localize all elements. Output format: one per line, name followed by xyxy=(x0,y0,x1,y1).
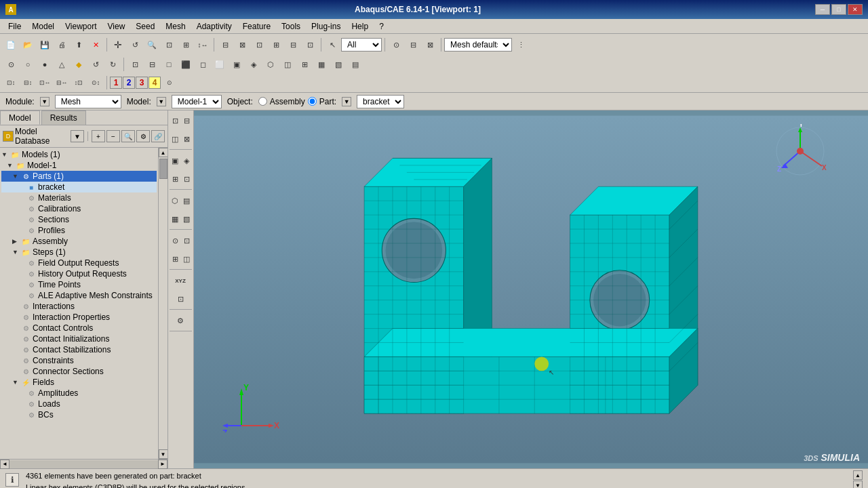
sidebar-icon-10[interactable]: ▤ xyxy=(181,192,192,209)
mesh-icons-1[interactable]: ⊟ xyxy=(217,37,233,52)
status-scroll-up[interactable]: ▲ xyxy=(853,470,863,480)
shape-tool-7[interactable]: ↻ xyxy=(104,57,121,72)
close-button[interactable]: ✕ xyxy=(848,4,863,15)
model-select[interactable]: Model-1 xyxy=(172,95,222,108)
new-file-button[interactable]: 📄 xyxy=(3,37,19,52)
tree-link-button[interactable]: 🔗 xyxy=(151,130,165,142)
tree-item-models[interactable]: ▼ 📁 Models (1) xyxy=(1,149,157,160)
tree-item-calibrations[interactable]: ⚙ Calibrations xyxy=(1,203,157,214)
menu-item-question[interactable]: ? xyxy=(374,20,389,33)
mesh-defaults-dropdown[interactable]: Mesh defaults xyxy=(444,38,512,52)
tree-item-connector-sections[interactable]: ⚙ Connector Sections xyxy=(1,366,157,377)
horizontal-scrollbar[interactable]: ◄ ► xyxy=(0,459,167,468)
view-3d-3[interactable]: □ xyxy=(161,57,177,72)
scroll-left-arrow[interactable]: ◄ xyxy=(0,460,9,469)
tree-collapse-button[interactable]: − xyxy=(106,130,120,142)
tree-expand-button[interactable]: + xyxy=(92,130,105,142)
delete-button[interactable]: ✕ xyxy=(87,37,104,52)
scroll-right-arrow[interactable]: ► xyxy=(158,460,167,469)
mesh-icons-2[interactable]: ⊠ xyxy=(234,37,250,52)
scrollbar-up-arrow[interactable]: ▲ xyxy=(159,148,168,157)
tree-dropdown-button[interactable]: ▼ xyxy=(71,130,84,142)
menu-item-file[interactable]: File xyxy=(3,20,26,33)
tree-item-interaction-props[interactable]: ⚙ Interaction Properties xyxy=(1,312,157,323)
tree-item-materials[interactable]: ⚙ Materials xyxy=(1,192,157,203)
view-3d-2[interactable]: ⊟ xyxy=(144,57,160,72)
mesh-icons-3[interactable]: ⊡ xyxy=(251,37,267,52)
view-3d-14[interactable]: ▤ xyxy=(347,57,363,72)
number-1-button[interactable]: 1 xyxy=(110,77,122,89)
print-button[interactable]: 🖨 xyxy=(54,37,70,52)
tree-item-time-points[interactable]: ⚙ Time Points xyxy=(1,279,157,290)
tree-item-ale-adaptive[interactable]: ⚙ ALE Adaptive Mesh Constraints xyxy=(1,290,157,301)
tree-item-loads[interactable]: ⚙ Loads xyxy=(1,399,157,409)
tree-item-field-output[interactable]: ⚙ Field Output Requests xyxy=(1,258,157,268)
view-3d-4[interactable]: ⬛ xyxy=(178,57,194,72)
view-3d-1[interactable]: ⊡ xyxy=(127,57,143,72)
tree-filter-button[interactable]: 🔍 xyxy=(121,130,135,142)
tab-results[interactable]: Results xyxy=(41,110,86,125)
open-button[interactable]: 📂 xyxy=(20,37,36,52)
menu-item-mesh[interactable]: Mesh xyxy=(160,20,191,33)
status-scroll-down[interactable]: ▼ xyxy=(853,481,863,488)
shape-tool-2[interactable]: ○ xyxy=(20,57,36,72)
cursor-button[interactable]: ↖ xyxy=(324,37,340,52)
sidebar-icon-14[interactable]: ⊡ xyxy=(181,232,192,249)
model-display-1[interactable]: ⊟ xyxy=(405,37,421,52)
sidebar-icon-18[interactable]: ⊡ xyxy=(170,290,191,308)
number-2-button[interactable]: 2 xyxy=(123,77,135,89)
view-3d-12[interactable]: ▦ xyxy=(313,57,330,72)
tree-item-model1[interactable]: ▼ 📁 Model-1 xyxy=(1,160,157,171)
mesh-options-button[interactable]: ⋮ xyxy=(513,37,529,52)
seed-tool-6[interactable]: ⊙↕ xyxy=(87,75,104,90)
minimize-button[interactable]: ─ xyxy=(815,4,830,15)
tab-model[interactable]: Model xyxy=(0,110,40,125)
zoom-box-button[interactable]: ⊞ xyxy=(178,37,194,52)
tree-item-amplitudes[interactable]: ⚙ Amplitudes xyxy=(1,388,157,399)
menu-item-help[interactable]: Help xyxy=(346,20,374,33)
menu-item-tools[interactable]: Tools xyxy=(276,20,306,33)
tree-options-button[interactable]: ⚙ xyxy=(136,130,150,142)
tree-item-bcs[interactable]: ⚙ BCs xyxy=(1,409,157,420)
mesh-icons-5[interactable]: ⊟ xyxy=(285,37,301,52)
scrollbar-down-arrow[interactable]: ▼ xyxy=(159,449,168,459)
view-3d-5[interactable]: ◻ xyxy=(195,57,211,72)
viewport[interactable]: ↖ Y Z X xyxy=(194,110,868,468)
fit-button[interactable]: ⊡ xyxy=(161,37,177,52)
sidebar-icon-8[interactable]: ⊡ xyxy=(181,170,192,188)
tree-item-contact-controls[interactable]: ⚙ Contact Controls xyxy=(1,323,157,333)
sidebar-icon-17[interactable]: XYZ xyxy=(170,272,191,289)
menu-item-feature[interactable]: Feature xyxy=(237,20,276,33)
tree-item-contact-init[interactable]: ⚙ Contact Initializations xyxy=(1,333,157,344)
sidebar-icon-13[interactable]: ⊙ xyxy=(170,232,180,249)
tree-item-assembly[interactable]: ▶ 📁 Assembly xyxy=(1,236,157,247)
part-radio[interactable] xyxy=(308,97,317,106)
mesh-icons-6[interactable]: ⊡ xyxy=(302,37,318,52)
view-info-button[interactable]: ⊙ xyxy=(388,37,404,52)
module-select[interactable]: Mesh Part Property Assembly Step Interac… xyxy=(55,95,121,108)
tree-scrollbar[interactable]: ▲ ▼ xyxy=(158,148,167,459)
part-select[interactable]: bracket xyxy=(357,95,404,108)
zoom-button[interactable]: 🔍 xyxy=(144,37,160,52)
shape-tool-6[interactable]: ↺ xyxy=(87,57,104,72)
sidebar-icon-5[interactable]: ▣ xyxy=(170,152,180,169)
number-3-button[interactable]: 3 xyxy=(136,77,148,89)
view-3d-13[interactable]: ▧ xyxy=(330,57,347,72)
shape-tool-1[interactable]: ⊙ xyxy=(3,57,19,72)
tree-item-contact-stab[interactable]: ⚙ Contact Stabilizations xyxy=(1,344,157,355)
undo-button[interactable]: ↺ xyxy=(127,37,143,52)
sidebar-icon-4[interactable]: ⊠ xyxy=(181,130,192,148)
tree-item-steps[interactable]: ▼ 📁 Steps (1) xyxy=(1,247,157,258)
scrollbar-thumb[interactable] xyxy=(159,159,167,179)
number-5-button[interactable]: ⊙ xyxy=(161,75,178,90)
sidebar-icon-6[interactable]: ◈ xyxy=(181,152,192,169)
sidebar-icon-15[interactable]: ⊞ xyxy=(170,250,180,268)
view-3d-10[interactable]: ◫ xyxy=(279,57,296,72)
menu-item-viewport[interactable]: Viewport xyxy=(60,20,102,33)
assembly-radio[interactable] xyxy=(258,97,267,106)
number-4-button[interactable]: 4 xyxy=(149,77,161,89)
sidebar-icon-7[interactable]: ⊞ xyxy=(170,170,180,188)
restore-button[interactable]: □ xyxy=(831,4,846,15)
pan-button[interactable]: ↕↔ xyxy=(195,37,211,52)
shape-tool-4[interactable]: △ xyxy=(54,57,70,72)
